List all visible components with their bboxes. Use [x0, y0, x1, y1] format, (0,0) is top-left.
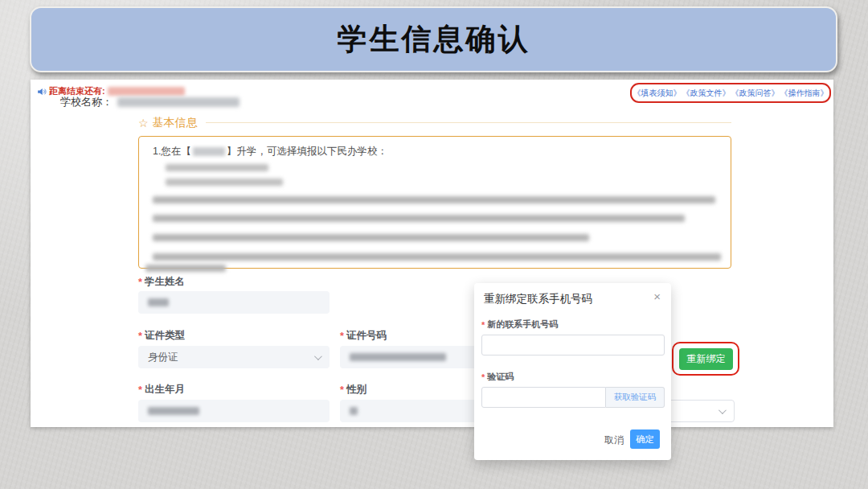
section-title-basic-info: ☆ 基本信息: [138, 116, 198, 130]
redacted-notice-line: [153, 234, 589, 241]
redacted-birth-date: [148, 407, 199, 415]
birth-date-input[interactable]: [138, 400, 330, 422]
birth-date-label: * 出生年月: [138, 383, 185, 397]
link-operation-guide[interactable]: 《操作指南》: [780, 88, 829, 99]
close-icon[interactable]: ×: [653, 290, 661, 302]
notice-line1-suffix: 】升学，可选择填报以下民办学校：: [227, 145, 387, 158]
gender-label: * 性别: [340, 383, 366, 397]
student-name-label: * 学生姓名: [138, 275, 185, 289]
id-number-label: * 证件号码: [340, 329, 387, 343]
modal-title: 重新绑定联系手机号码: [484, 292, 592, 306]
required-asterisk: *: [138, 384, 142, 396]
speaker-icon: [37, 87, 47, 97]
help-links-annotation-box: 《填表须知》 《政策文件》 《政策问答》 《操作指南》: [630, 83, 831, 103]
student-name-input[interactable]: [138, 291, 330, 314]
rebind-button[interactable]: 重新绑定: [679, 348, 733, 370]
required-asterisk: *: [340, 384, 344, 396]
redacted-district-name: [193, 147, 225, 156]
redacted-student-name: [148, 298, 169, 306]
redacted-notice-line: [166, 179, 283, 186]
get-captcha-button[interactable]: 获取验证码: [606, 387, 665, 408]
id-type-select[interactable]: 身份证: [138, 346, 330, 368]
redacted-notice-line: [153, 253, 721, 261]
captcha-input[interactable]: [481, 387, 606, 408]
link-policy-qa[interactable]: 《政策问答》: [731, 88, 780, 99]
new-phone-input[interactable]: [481, 335, 665, 355]
captcha-label: * 验证码: [481, 371, 514, 383]
required-asterisk: *: [481, 320, 485, 330]
id-type-value: 身份证: [148, 351, 178, 364]
redacted-gender: [350, 407, 358, 415]
screenshot-root: 学生信息确认 距离结束还有: 学校名称： 《填表须知》 《政策文件》 《政策问答…: [0, 0, 868, 489]
notice-line1-prefix: 1.您在【: [153, 145, 191, 158]
star-icon: ☆: [138, 117, 149, 129]
page-title-banner: 学生信息确认: [30, 6, 837, 72]
required-asterisk: *: [481, 372, 485, 382]
id-type-label: * 证件类型: [138, 329, 185, 343]
rebind-phone-modal: 重新绑定联系手机号码 × * 新的联系手机号码 * 验证码 获取验证码 取消 确…: [474, 283, 671, 460]
confirm-button[interactable]: 确定: [630, 429, 660, 449]
cancel-button[interactable]: 取消: [604, 434, 624, 447]
link-fill-instructions[interactable]: 《填表须知》: [633, 88, 682, 99]
required-asterisk: *: [138, 331, 142, 342]
section-title-text: 基本信息: [153, 116, 198, 130]
page-title: 学生信息确认: [338, 19, 530, 60]
redacted-notice-line: [153, 196, 715, 203]
notice-box: 1.您在【 】升学，可选择填报以下民办学校：: [138, 136, 731, 269]
new-phone-label: * 新的联系手机号码: [481, 318, 558, 331]
form-page: 距离结束还有: 学校名称： 《填表须知》 《政策文件》 《政策问答》 《操作指南…: [31, 80, 833, 427]
redacted-school-name: [117, 97, 240, 107]
required-asterisk: *: [138, 277, 142, 288]
redacted-notice-line: [145, 265, 226, 272]
redacted-notice-line: [166, 164, 268, 171]
chevron-down-icon: [314, 352, 322, 360]
school-name-row: 学校名称：: [60, 95, 240, 109]
school-name-label: 学校名称：: [60, 95, 113, 109]
redacted-notice-line: [153, 215, 685, 222]
redacted-id-number: [350, 353, 446, 361]
chevron-down-icon: [719, 406, 727, 414]
section-divider: [206, 122, 731, 123]
required-asterisk: *: [340, 331, 344, 342]
notice-line-1: 1.您在【 】升学，可选择填报以下民办学校：: [153, 145, 387, 158]
link-policy-documents[interactable]: 《政策文件》: [682, 88, 731, 99]
